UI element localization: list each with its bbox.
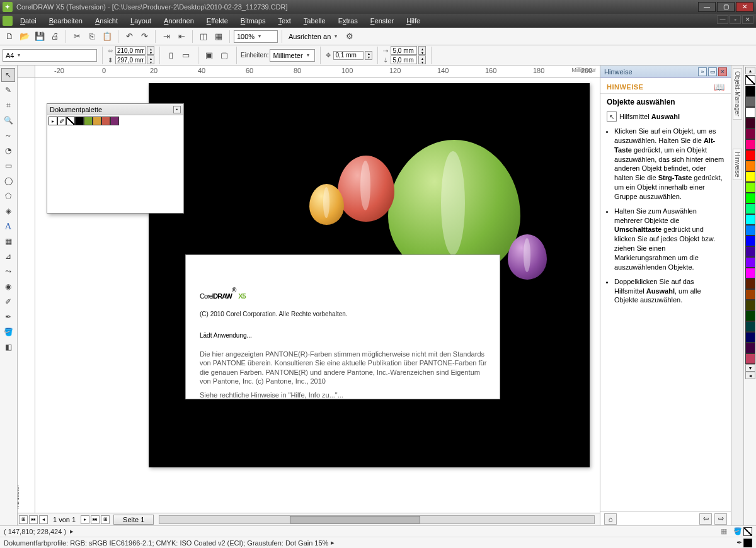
new-button[interactable]: 🗋 bbox=[3, 30, 16, 43]
rectangle-tool[interactable]: ▭ bbox=[1, 159, 15, 173]
add-page-button[interactable]: ⊞ bbox=[19, 515, 28, 524]
export-button[interactable]: ⇤ bbox=[175, 30, 188, 43]
menu-anordnen[interactable]: Anordnen bbox=[159, 16, 199, 26]
horizontal-ruler[interactable]: Millimeter -2002040608010012014016018020… bbox=[35, 66, 600, 78]
palette-color-swatch[interactable] bbox=[745, 343, 755, 353]
palette-color-swatch[interactable] bbox=[745, 107, 755, 118]
copy-button[interactable]: ⎘ bbox=[85, 30, 99, 43]
menu-fenster[interactable]: Fenster bbox=[365, 16, 399, 26]
palette-color-swatch[interactable] bbox=[745, 236, 755, 246]
prev-page-button[interactable]: ◂ bbox=[39, 515, 48, 524]
menu-bitmaps[interactable]: Bitmaps bbox=[236, 16, 271, 26]
open-button[interactable]: 📂 bbox=[18, 30, 32, 43]
palette-color-swatch[interactable] bbox=[745, 150, 755, 161]
pick-tool[interactable]: ↖ bbox=[1, 68, 15, 82]
palette-color-swatch[interactable] bbox=[745, 268, 755, 278]
palette-color-swatch[interactable] bbox=[745, 321, 755, 332]
width-spinner[interactable]: ▴▾ bbox=[147, 46, 154, 55]
palette-color-swatch[interactable] bbox=[745, 353, 755, 364]
docker-tab-object-manager[interactable]: Objekt-Manager bbox=[733, 68, 742, 120]
palette-color-swatch[interactable] bbox=[745, 300, 755, 311]
palette-color-swatch[interactable] bbox=[745, 332, 755, 343]
all-pages-button[interactable]: ▣ bbox=[202, 49, 216, 62]
paper-size-combo[interactable]: A4 bbox=[3, 49, 97, 62]
dup-x-spinner[interactable]: ▴▾ bbox=[418, 46, 426, 55]
interactive-blend-tool[interactable]: ◉ bbox=[1, 280, 15, 294]
docker-close-button[interactable]: ▪ bbox=[173, 106, 181, 113]
table-tool[interactable]: ▦ bbox=[1, 234, 15, 248]
menu-text[interactable]: Text bbox=[273, 16, 296, 26]
shape-tool[interactable]: ✎ bbox=[1, 83, 15, 97]
undo-button[interactable]: ↶ bbox=[122, 30, 136, 43]
zoom-combo[interactable]: 100% bbox=[234, 30, 278, 43]
options-button[interactable]: ⚙ bbox=[343, 30, 357, 43]
next-page-button[interactable]: ▸ bbox=[81, 515, 89, 524]
menu-layout[interactable]: Layout bbox=[125, 16, 156, 26]
nudge-spinner[interactable]: ▴▾ bbox=[365, 51, 372, 60]
palette-color-swatch[interactable] bbox=[745, 257, 755, 268]
eyedropper-tool[interactable]: ✐ bbox=[1, 295, 15, 309]
paste-button[interactable]: 📋 bbox=[100, 30, 114, 43]
palette-color-swatch[interactable] bbox=[745, 289, 755, 300]
color-swatch[interactable] bbox=[75, 117, 84, 125]
hints-forward-button[interactable]: ⇨ bbox=[714, 513, 727, 525]
basic-shapes-tool[interactable]: ◈ bbox=[1, 204, 15, 218]
ruler-origin[interactable] bbox=[18, 66, 35, 78]
color-swatch[interactable] bbox=[101, 117, 110, 125]
book-icon[interactable]: 📖 bbox=[714, 82, 725, 92]
freehand-tool[interactable]: ～ bbox=[1, 128, 15, 142]
palette-color-swatch[interactable] bbox=[745, 118, 755, 128]
save-button[interactable]: 💾 bbox=[33, 30, 47, 43]
docker-tab-hints[interactable]: Hinweise bbox=[733, 149, 742, 181]
palette-color-swatch[interactable] bbox=[745, 139, 755, 150]
menu-bearbeiten[interactable]: Bearbeiten bbox=[44, 16, 88, 26]
portrait-button[interactable]: ▯ bbox=[164, 49, 178, 62]
no-fill-swatch[interactable] bbox=[745, 75, 755, 85]
mdi-restore-button[interactable]: ▫ bbox=[730, 15, 741, 24]
hints-back-button[interactable]: ⇦ bbox=[699, 513, 712, 525]
menu-datei[interactable]: Datei bbox=[15, 16, 42, 26]
palette-color-swatch[interactable] bbox=[745, 214, 755, 225]
first-page-button[interactable]: ⏮ bbox=[29, 515, 38, 524]
fill-tool[interactable]: 🪣 bbox=[1, 325, 15, 339]
scroll-thumb[interactable] bbox=[290, 516, 420, 523]
horizontal-scrollbar[interactable] bbox=[159, 515, 595, 524]
vertical-ruler[interactable]: Millimeter bbox=[18, 78, 35, 513]
palette-color-swatch[interactable] bbox=[745, 96, 755, 107]
palette-color-swatch[interactable] bbox=[745, 311, 755, 321]
nudge-input[interactable] bbox=[333, 51, 364, 60]
menu-ansicht[interactable]: Ansicht bbox=[90, 16, 123, 26]
menu-effekte[interactable]: Effekte bbox=[202, 16, 233, 26]
mdi-close-button[interactable]: ✕ bbox=[742, 15, 753, 24]
palette-color-swatch[interactable] bbox=[745, 171, 755, 182]
snap-to-combo[interactable]: Ausrichten an bbox=[286, 30, 341, 43]
height-spinner[interactable]: ▴▾ bbox=[147, 55, 154, 64]
document-palette-docker[interactable]: Dokumentpalette ▪ ▸ ✐ bbox=[47, 103, 184, 214]
outline-tool[interactable]: ✒ bbox=[1, 310, 15, 324]
palette-color-swatch[interactable] bbox=[745, 225, 755, 236]
docker-menu-button[interactable]: ▭ bbox=[708, 67, 717, 76]
duplicate-y-input[interactable] bbox=[391, 55, 417, 64]
docker-collapse-button[interactable]: » bbox=[698, 67, 707, 76]
palette-color-swatch[interactable] bbox=[745, 182, 755, 193]
minimize-button[interactable]: — bbox=[698, 2, 716, 12]
polygon-tool[interactable]: ⬠ bbox=[1, 189, 15, 203]
menu-tabelle[interactable]: Tabelle bbox=[299, 16, 331, 26]
import-button[interactable]: ⇥ bbox=[159, 30, 173, 43]
palette-color-swatch[interactable] bbox=[745, 278, 755, 289]
smart-fill-tool[interactable]: ◔ bbox=[1, 144, 15, 157]
palette-scroll-up[interactable]: ▴ bbox=[745, 67, 755, 74]
zoom-tool[interactable]: 🔍 bbox=[1, 113, 15, 127]
current-outline-swatch[interactable] bbox=[743, 539, 752, 547]
dimension-tool[interactable]: ⊿ bbox=[1, 249, 15, 263]
crop-tool[interactable]: ⌗ bbox=[1, 98, 15, 112]
menu-hilfe[interactable]: Hilfe bbox=[401, 16, 425, 26]
last-page-button[interactable]: ⏭ bbox=[91, 515, 100, 524]
maximize-button[interactable]: ▢ bbox=[717, 2, 735, 12]
connector-tool[interactable]: ⤳ bbox=[1, 265, 15, 278]
palette-color-swatch[interactable] bbox=[745, 203, 755, 214]
palette-color-swatch[interactable] bbox=[745, 246, 755, 257]
palette-color-swatch[interactable] bbox=[745, 193, 755, 203]
docker-close-button[interactable]: ✕ bbox=[718, 67, 727, 76]
palette-scroll-down[interactable]: ▾ bbox=[745, 364, 755, 372]
